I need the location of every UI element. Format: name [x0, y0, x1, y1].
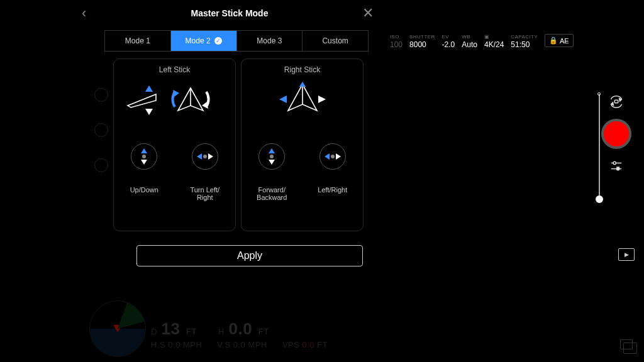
- svg-marker-9: [299, 82, 306, 87]
- right-stick-title: Right Stick: [284, 65, 320, 74]
- pitch-label: Forward/Backward: [247, 186, 297, 201]
- play-icon: ▶: [625, 251, 629, 258]
- svg-text:M: M: [617, 167, 619, 170]
- right-stick-panel: Right Stick Forward/Backward Left/Right: [241, 58, 364, 231]
- left-stick-panel: Left Stick Up/Down Turn Left/Right: [113, 58, 236, 231]
- record-button[interactable]: [601, 119, 631, 149]
- camera-settings-icon[interactable]: M: [609, 158, 624, 173]
- svg-point-16: [613, 162, 616, 164]
- tab-mode1[interactable]: Mode 1: [105, 31, 171, 51]
- lock-icon: 🔒: [549, 36, 558, 45]
- roll-label: Left/Right: [308, 186, 358, 201]
- ae-lock-button[interactable]: 🔒 AE: [545, 34, 574, 47]
- left-stick-diagram: [114, 80, 235, 118]
- yaw-icon: [192, 143, 218, 170]
- cam-format: ▣4K/24: [484, 34, 504, 49]
- cam-capacity: CAPACITY51:50: [511, 34, 538, 49]
- cam-ev: EV-2.0: [442, 34, 455, 49]
- tab-mode2[interactable]: Mode 2 ✓: [171, 31, 237, 51]
- cam-shutter: SHUTTER8000: [409, 34, 435, 49]
- svg-marker-0: [128, 94, 156, 107]
- svg-rect-14: [614, 100, 618, 103]
- back-button[interactable]: ‹: [82, 5, 97, 21]
- modal-title: Master Stick Mode: [97, 8, 362, 18]
- tab-custom[interactable]: Custom: [303, 31, 368, 51]
- check-icon: ✓: [214, 37, 222, 45]
- multi-screen-icon[interactable]: [620, 339, 633, 349]
- left-stick-title: Left Stick: [159, 65, 190, 74]
- switch-camera-icon[interactable]: [609, 94, 624, 109]
- cam-wb: WBAuto: [462, 34, 477, 49]
- svg-marker-11: [318, 96, 326, 103]
- svg-marker-1: [145, 85, 153, 92]
- svg-marker-2: [145, 109, 153, 115]
- exposure-slider-knob[interactable]: [596, 195, 603, 203]
- throttle-label: Up/Down: [119, 186, 169, 201]
- right-stick-diagram: [242, 80, 363, 118]
- camera-status-bar: ISO100 SHUTTER8000 EV-2.0 WBAuto ▣4K/24 …: [390, 34, 574, 49]
- close-button[interactable]: ✕: [362, 5, 377, 21]
- takeoff-icon: [94, 88, 108, 102]
- svg-marker-10: [279, 96, 287, 103]
- sidebar-flight-icons: [94, 88, 108, 172]
- mode-tabs: Mode 1 Mode 2 ✓ Mode 3 Custom: [104, 30, 369, 52]
- cam-iso: ISO100: [390, 34, 402, 49]
- pitch-icon: [258, 143, 285, 170]
- exposure-slider-track[interactable]: [599, 94, 600, 201]
- mode-icon: [94, 158, 108, 172]
- throttle-icon: [131, 143, 157, 170]
- yaw-label: Turn Left/Right: [180, 186, 230, 201]
- attitude-radar[interactable]: [89, 300, 146, 357]
- roll-icon: [319, 143, 346, 170]
- playback-button[interactable]: ▶: [618, 248, 635, 261]
- rth-icon: [94, 123, 108, 137]
- telemetry-readout: D 13 FT H 0.0 FT H.S 0.0 MPH V.S 0.0 MPH…: [151, 319, 328, 351]
- apply-button[interactable]: Apply: [136, 245, 363, 266]
- tab-mode3[interactable]: Mode 3: [237, 31, 303, 51]
